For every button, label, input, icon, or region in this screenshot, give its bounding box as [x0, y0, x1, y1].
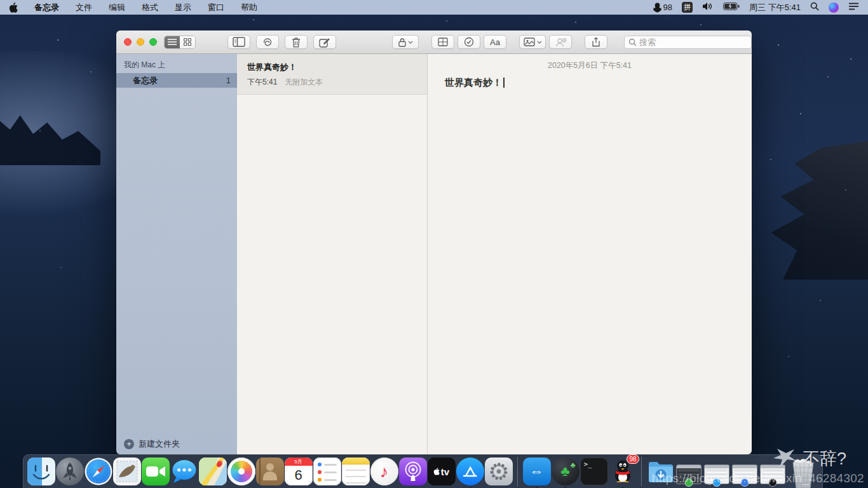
- insert-media-button[interactable]: [519, 35, 546, 49]
- dock-trash-icon[interactable]: [787, 458, 819, 485]
- teamviewer-arrows-glyph: ⇔: [530, 463, 544, 480]
- dock-minimized-window-4[interactable]: [760, 464, 785, 484]
- spotlight-search-icon[interactable]: [810, 2, 819, 13]
- folder-note-count: 1: [226, 76, 231, 85]
- close-button[interactable]: [124, 38, 132, 46]
- new-folder-label: 新建文件夹: [139, 438, 180, 450]
- dock-downloads-folder-icon[interactable]: [647, 458, 675, 485]
- dock-launchpad-icon[interactable]: [56, 458, 84, 485]
- dock-minimized-window-2[interactable]: [704, 464, 729, 484]
- lock-note-button[interactable]: [392, 35, 419, 49]
- dock-minimized-window-3[interactable]: [732, 464, 757, 484]
- dock-qq-icon[interactable]: 98: [609, 458, 637, 485]
- dock-facetime-icon[interactable]: [142, 458, 170, 485]
- calendar-month: 5月: [285, 458, 313, 466]
- qq-unread-count: 98: [663, 3, 672, 12]
- checklist-button[interactable]: [458, 35, 480, 49]
- running-indicator: [583, 460, 585, 463]
- notes-window: Aa 我的 Mac 上 备忘录 1: [116, 30, 752, 454]
- dock-safari-icon[interactable]: [85, 458, 112, 485]
- view-segmented-control: [164, 36, 196, 49]
- note-list: 世界真奇妙！ 下午5:41 无附加文本: [237, 54, 428, 454]
- sidebar-folder-notes[interactable]: 备忘录 1: [116, 73, 237, 88]
- note-list-item[interactable]: 世界真奇妙！ 下午5:41 无附加文本: [237, 54, 427, 95]
- note-item-time: 下午5:41: [247, 77, 277, 88]
- dock-notes-icon[interactable]: [342, 458, 370, 485]
- traffic-lights: [124, 38, 157, 46]
- menu-app-name[interactable]: 备忘录: [34, 2, 59, 13]
- dock-teamviewer-icon[interactable]: ⇔: [523, 458, 551, 485]
- menu-item-file[interactable]: 文件: [76, 2, 92, 13]
- dock-music-icon[interactable]: ♪: [370, 458, 398, 485]
- status-qq[interactable]: 98: [653, 3, 672, 13]
- notification-center-icon[interactable]: [848, 3, 859, 12]
- note-item-preview: 无附加文本: [285, 77, 323, 88]
- menu-item-view[interactable]: 显示: [175, 2, 191, 13]
- search-field[interactable]: [624, 36, 752, 49]
- dock-mail-icon[interactable]: [113, 458, 141, 485]
- share-button[interactable]: [585, 35, 607, 49]
- insert-table-button[interactable]: [431, 35, 454, 49]
- text-format-button[interactable]: Aa: [484, 35, 506, 49]
- trash-icon: [291, 37, 301, 48]
- minimize-button[interactable]: [137, 38, 144, 46]
- dock-separator: [641, 457, 642, 486]
- media-icon: [524, 37, 535, 46]
- minimized-app-icon: [769, 478, 777, 487]
- dock-reminders-icon[interactable]: [313, 458, 341, 485]
- new-folder-button[interactable]: + 新建文件夹: [116, 434, 237, 454]
- search-icon: [628, 38, 637, 46]
- input-method-badge[interactable]: 拼: [682, 2, 693, 13]
- sidebar-section-header: 我的 Mac 上: [116, 54, 237, 73]
- dock-minimized-window-1[interactable]: [676, 464, 702, 484]
- note-editor[interactable]: 2020年5月6日 下午5:41 世界真奇妙！: [428, 54, 752, 454]
- dock-system-preferences-icon[interactable]: [485, 458, 513, 485]
- dock-calendar-icon[interactable]: 5月 6: [285, 458, 313, 485]
- volume-icon[interactable]: [702, 2, 714, 13]
- toggle-folders-sidebar-button[interactable]: [227, 35, 250, 49]
- paperclip-icon: [261, 37, 274, 47]
- new-note-button[interactable]: [313, 35, 336, 49]
- siri-icon[interactable]: [829, 3, 839, 13]
- folders-sidebar: 我的 Mac 上 备忘录 1 + 新建文件夹: [116, 54, 237, 454]
- dock-tv-icon[interactable]: tv: [428, 458, 456, 485]
- tv-label: tv: [441, 466, 449, 477]
- menu-item-window[interactable]: 窗口: [208, 2, 224, 13]
- dock-podcasts-icon[interactable]: [399, 458, 427, 485]
- dock-messages-icon[interactable]: [170, 458, 198, 485]
- dock-terminal-icon[interactable]: >_: [580, 458, 608, 485]
- attachments-button[interactable]: [256, 35, 279, 49]
- collaborate-button[interactable]: [549, 35, 572, 49]
- dock-appstore-icon[interactable]: [456, 458, 484, 485]
- list-view-button[interactable]: [165, 36, 180, 48]
- apple-menu-icon[interactable]: [9, 3, 18, 13]
- dock-maps-icon[interactable]: [199, 458, 227, 485]
- zoom-button[interactable]: [149, 38, 157, 46]
- compose-icon: [319, 37, 330, 48]
- menu-item-format[interactable]: 格式: [142, 2, 158, 13]
- sidebar-icon: [233, 37, 245, 47]
- menu-item-edit[interactable]: 编辑: [109, 2, 125, 13]
- window-toolbar: Aa: [116, 30, 752, 54]
- add-people-icon: [554, 37, 567, 47]
- clover-leaf-small-glyph: ♣: [571, 461, 576, 470]
- aa-label: Aa: [490, 37, 500, 47]
- calendar-day: 6: [285, 466, 313, 485]
- menu-clock[interactable]: 周三 下午5:41: [749, 2, 801, 13]
- dock-photos-icon[interactable]: [227, 458, 255, 485]
- battery-charging-icon[interactable]: [723, 3, 740, 12]
- text-caret: [503, 78, 505, 88]
- search-input[interactable]: [639, 37, 747, 47]
- qq-badge: 98: [627, 454, 639, 464]
- plus-icon: +: [124, 439, 134, 449]
- clover-leaf-glyph: ♣: [560, 463, 569, 480]
- dock-finder-icon[interactable]: [27, 458, 55, 485]
- share-icon: [592, 37, 600, 47]
- menu-bar: 备忘录 文件 编辑 格式 显示 窗口 帮助 98 拼 周三 下午5:41: [0, 0, 868, 15]
- qq-penguin-icon: [653, 3, 661, 13]
- menu-item-help[interactable]: 帮助: [241, 2, 257, 13]
- dock-contacts-icon[interactable]: [256, 458, 284, 485]
- dock-clover-icon[interactable]: ♣ ♣: [552, 458, 580, 485]
- delete-note-button[interactable]: [285, 35, 308, 49]
- gallery-view-button[interactable]: [180, 36, 195, 48]
